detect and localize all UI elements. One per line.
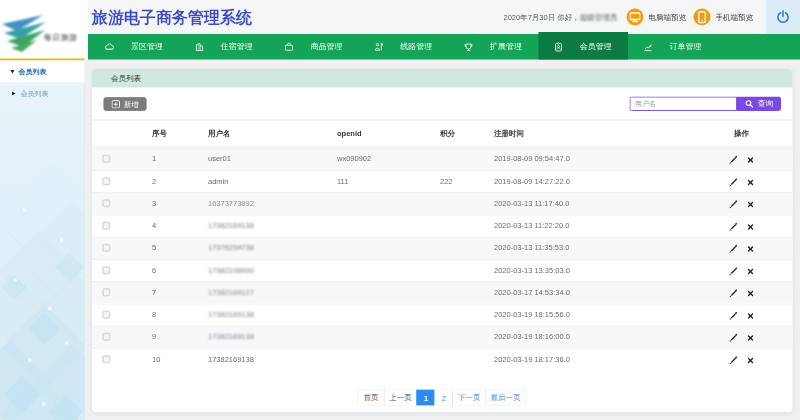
svg-text:每日旅游: 每日旅游 — [43, 33, 78, 42]
